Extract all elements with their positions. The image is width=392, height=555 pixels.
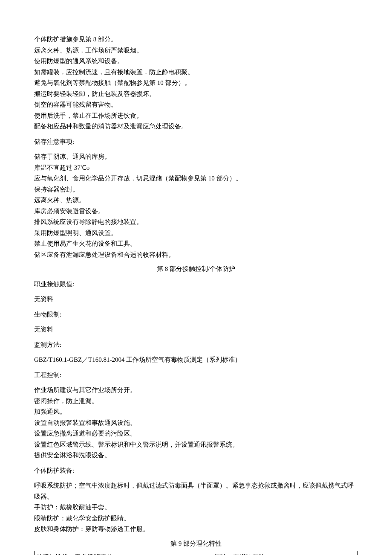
bio-limit-label: 生物限制: xyxy=(34,309,358,320)
ppe-line: 皮肤和身体防护：穿防毒物渗透工作服。 xyxy=(34,524,358,535)
monitoring-value: GBZ/T160.1-GBZ／T160.81-2004 工作场所空气有毒物质测定… xyxy=(34,355,358,366)
handling-line: 个体防护措施参见第 8 部分。 xyxy=(34,34,358,45)
bio-limit-value: 无资料 xyxy=(34,324,358,335)
storage-line: 排风系统应设有导除静电的接地装置。 xyxy=(34,217,358,228)
handling-line: 使用后洗手，禁止在工作场所进饮食。 xyxy=(34,110,358,122)
table-row: 外观与性状：无色透明液体 气味：有煤油气味 xyxy=(35,551,358,555)
handling-line: 使用防爆型的通风系统和设备。 xyxy=(34,56,358,67)
eng-control-line: 作业场所建议与其它作业场所分开。 xyxy=(34,385,358,396)
section-8-title: 第 8 部分接触控制/个体防护 xyxy=(34,264,358,275)
handling-line: 配备相应品种和数量的消防器材及泄漏应急处理设备。 xyxy=(34,121,358,132)
handling-line: 避免与氧化剂等禁配物接触（禁配物参见第 10 部分）。 xyxy=(34,78,358,89)
occupational-limit-value: 无资料 xyxy=(34,294,358,305)
storage-line: 库房必须安装避雷设备。 xyxy=(34,206,358,217)
physicochemical-table: 外观与性状：无色透明液体 气味：有煤油气味 xyxy=(34,551,358,555)
storage-line: 应与氧化剂、食用化学品分开存放，切忌混储（禁配物参见第 10 部分）。 xyxy=(34,173,358,184)
storage-line: 采用防爆型照明、通风设置。 xyxy=(34,228,358,239)
engineering-control-lines: 作业场所建议与其它作业场所分开。 密闭操作，防止泄漏。 加强通风。 设置自动报警… xyxy=(34,385,358,461)
engineering-control-label: 工程控制: xyxy=(34,370,358,381)
handling-line: 倒空的容器可能残留有害物。 xyxy=(34,99,358,110)
occupational-limit-label: 职业接触限值: xyxy=(34,279,358,290)
storage-line: 储区应备有泄漏应急处理设备和合适的收容材料。 xyxy=(34,250,358,261)
eng-control-line: 密闭操作，防止泄漏。 xyxy=(34,396,358,407)
storage-line: 远离火种、热源。 xyxy=(34,195,358,206)
ppe-lines: 呼吸系统防护；空气中浓度超标时，佩戴过滤式防毒面具（半面罩）。紧急事态抢救或撤离… xyxy=(34,480,358,535)
storage-heading: 储存注意事项: xyxy=(34,137,358,148)
storage-line: 保持容器密封。 xyxy=(34,184,358,195)
handling-line: 搬运时要轻装轻卸，防止包装及容器损坏。 xyxy=(34,89,358,100)
storage-line: 库温不宜超过 37℃o xyxy=(34,163,358,174)
ppe-line: 眼睛防护：戴化学安全防护眼睛。 xyxy=(34,513,358,524)
eng-control-line: 设置应急撤离通道和必要的污险区。 xyxy=(34,428,358,439)
eng-control-line: 加强通风。 xyxy=(34,407,358,418)
ppe-label: 个体防护装备: xyxy=(34,465,358,477)
storage-precautions: 储存于阴凉、通风的库房。 库温不宜超过 37℃o 应与氧化剂、食用化学品分开存放… xyxy=(34,151,358,260)
handling-precautions: 个体防护措施参见第 8 部分。 远离火种、热源，工作场所严禁吸烟。 使用防爆型的… xyxy=(34,34,358,132)
storage-line: 禁止使用易产生火花的设备和工具。 xyxy=(34,238,358,250)
storage-line: 储存于阴凉、通风的库房。 xyxy=(34,151,358,163)
section-9-title: 第 9 部分理化特性 xyxy=(34,538,358,549)
ppe-line: 手防护：戴橡胶耐油手套。 xyxy=(34,502,358,513)
monitoring-label: 监测方法: xyxy=(34,340,358,351)
eng-control-line: 提供安全淋浴和洗眼设备。 xyxy=(34,450,358,461)
handling-line: 如需罐装，应控制流速，且有接地装置，防止静电积聚。 xyxy=(34,67,358,78)
eng-control-line: 设置红色区域警示线、警示标识和中文警示说明，并设置通讯报警系统。 xyxy=(34,439,358,450)
odor-cell: 气味：有煤油气味 xyxy=(212,551,358,555)
eng-control-line: 设置自动报警装置和事故通风设施。 xyxy=(34,418,358,429)
appearance-cell: 外观与性状：无色透明液体 xyxy=(35,551,212,555)
ppe-line: 呼吸系统防护；空气中浓度超标时，佩戴过滤式防毒面具（半面罩）。紧急事态抢救或撤离… xyxy=(34,480,358,502)
handling-line: 远离火种、热源，工作场所严禁吸烟。 xyxy=(34,45,358,56)
